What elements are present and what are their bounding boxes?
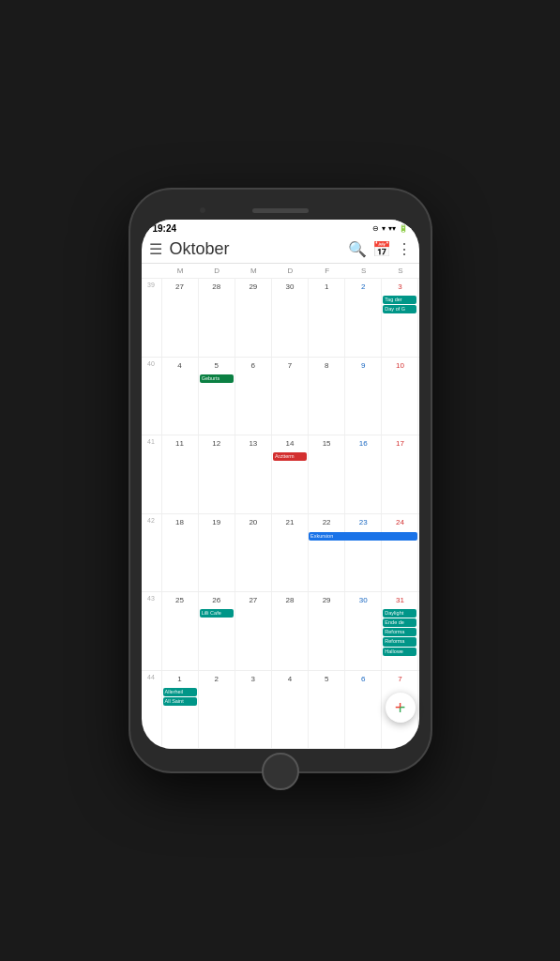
day-number: 3 [392, 280, 407, 295]
day-cell[interactable]: 11 [162, 435, 199, 513]
day-cell[interactable]: 6 [235, 358, 272, 435]
day-header-thu: D [272, 266, 309, 276]
event-chip[interactable]: Reforma [383, 637, 416, 646]
month-title: Oktober [170, 239, 348, 259]
day-cell[interactable]: 29 [235, 279, 272, 357]
search-button[interactable]: 🔍 [348, 240, 367, 258]
day-cell[interactable]: 13 [235, 435, 272, 513]
day-cell[interactable]: 8 [309, 358, 345, 435]
calendar-button[interactable]: 📅 [372, 240, 391, 258]
day-cell[interactable]: 27 [162, 279, 199, 357]
day-number: 5 [209, 358, 224, 374]
signal-icon: ▾▾ [388, 224, 396, 233]
week-row: 4111121314Arztterm151617 [142, 435, 419, 514]
day-number: 9 [356, 358, 371, 374]
calendar-grid: 3927282930123Tag derDay of G4045Geburts6… [142, 279, 419, 749]
week-row: 3927282930123Tag derDay of G [142, 279, 419, 358]
menu-button[interactable]: ☰ [149, 240, 162, 258]
event-chip[interactable]: Day of G [383, 305, 416, 313]
day-cell[interactable]: 15 [309, 435, 345, 513]
day-number: 29 [319, 593, 334, 608]
header-icons: 🔍 📅 ⋮ [348, 240, 412, 258]
phone-frame: 19:24 ⊖ ▾ ▾▾ 🔋 ☰ Oktober 🔍 📅 ⋮ M D M D [130, 190, 431, 771]
day-headers: M D M D F S S [142, 264, 419, 279]
day-cell[interactable]: 14Arztterm [272, 435, 309, 513]
day-number: 16 [356, 436, 371, 451]
day-number: 6 [356, 672, 371, 687]
day-cell[interactable]: 26Lilli Cafe [199, 592, 235, 670]
day-cell[interactable]: 2 [345, 279, 382, 357]
event-chip[interactable]: Lilli Cafe [200, 609, 234, 618]
event-chip[interactable]: Ende de [383, 618, 416, 627]
day-cell[interactable]: 18 [162, 514, 199, 592]
day-cell[interactable]: 10 [382, 358, 418, 435]
phone-screen: 19:24 ⊖ ▾ ▾▾ 🔋 ☰ Oktober 🔍 📅 ⋮ M D M D [142, 220, 419, 749]
day-number: 6 [246, 358, 261, 374]
day-cell[interactable]: 29 [309, 592, 345, 670]
event-chip[interactable]: Daylight [383, 609, 416, 618]
home-button[interactable] [262, 753, 299, 790]
day-cell[interactable]: 4 [272, 671, 309, 749]
day-cell[interactable]: 17 [382, 435, 418, 513]
day-number: 21 [282, 515, 297, 530]
day-number: 23 [356, 515, 371, 530]
event-chip[interactable]: Exkursion [309, 532, 417, 541]
more-button[interactable]: ⋮ [397, 240, 412, 258]
day-cell[interactable]: 22Exkursion [309, 514, 345, 592]
day-cell[interactable]: 30 [272, 279, 309, 357]
day-cell[interactable]: 9 [345, 358, 382, 435]
day-cell[interactable]: 27 [235, 592, 272, 670]
event-chip[interactable]: Tag der [383, 296, 416, 304]
event-chip[interactable]: Arztterm [273, 452, 307, 461]
day-cell[interactable]: 1 [309, 279, 345, 357]
day-cell[interactable]: 3Tag derDay of G [382, 279, 418, 357]
day-cell[interactable]: 6 [345, 671, 382, 749]
day-cell[interactable]: 28 [272, 592, 309, 670]
day-cell[interactable]: 2 [199, 671, 235, 749]
day-cell[interactable]: 19 [199, 514, 235, 592]
battery-icon: ⊖ [372, 224, 379, 233]
day-cell[interactable]: 16 [345, 435, 382, 513]
day-cell[interactable]: 28 [199, 279, 235, 357]
day-number: 26 [209, 593, 224, 608]
day-cell[interactable]: 20 [235, 514, 272, 592]
day-cell[interactable]: 3 [235, 671, 272, 749]
app-header: ☰ Oktober 🔍 📅 ⋮ [142, 236, 419, 264]
event-chip[interactable]: All Saint [163, 697, 197, 706]
day-number: 3 [246, 672, 261, 687]
event-chip[interactable]: Allerheil [163, 688, 197, 696]
day-cell[interactable]: 30 [345, 592, 382, 670]
event-chip[interactable]: Geburts [200, 374, 234, 383]
event-chip[interactable]: Reforma [383, 628, 416, 636]
day-number: 14 [282, 436, 297, 451]
plus-icon: + [395, 697, 406, 719]
day-number: 12 [209, 436, 224, 451]
day-cell[interactable]: 21 [272, 514, 309, 592]
day-header-fri: F [309, 266, 345, 276]
add-event-fab[interactable]: + [386, 693, 416, 723]
day-number: 19 [209, 515, 224, 530]
day-header-wed: M [235, 266, 272, 276]
day-cell[interactable]: 25 [162, 592, 199, 670]
day-number: 11 [173, 436, 188, 451]
day-number: 28 [282, 593, 297, 608]
day-cell[interactable]: 5Geburts [199, 358, 235, 435]
day-cell[interactable]: 31DaylightEnde deReformaReformaHallowe [382, 592, 418, 670]
day-number: 20 [246, 515, 261, 530]
day-cell[interactable]: 5 [309, 671, 345, 749]
day-cell[interactable]: 7 [272, 358, 309, 435]
week-row: 421819202122Exkursion2324 [142, 514, 419, 593]
day-cell[interactable]: 24 [382, 514, 418, 592]
day-cell[interactable]: 4 [162, 358, 199, 435]
day-cell[interactable]: 12 [199, 435, 235, 513]
day-number: 15 [319, 436, 334, 451]
day-number: 27 [246, 593, 261, 608]
day-number: 10 [392, 358, 407, 374]
event-chip[interactable]: Hallowe [383, 648, 416, 656]
day-number: 29 [246, 280, 261, 295]
day-number: 18 [173, 515, 188, 530]
day-cell[interactable]: 1AllerheilAll Saint [162, 671, 199, 749]
week-row: 4045Geburts678910 [142, 358, 419, 436]
day-cell[interactable]: 23 [345, 514, 382, 592]
wifi-icon: ▾ [382, 224, 386, 233]
